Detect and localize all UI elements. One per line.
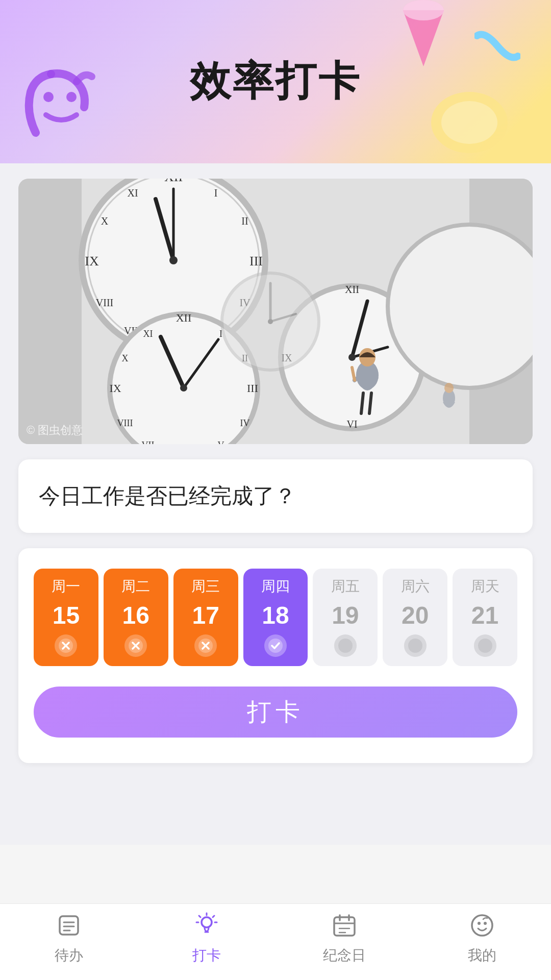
svg-point-65: [338, 639, 353, 653]
svg-line-58: [369, 393, 371, 413]
svg-text:IX: IX: [85, 254, 99, 268]
day-cell-fri: 周五 19: [313, 569, 378, 666]
question-card: 今日工作是否已经完成了？: [18, 459, 533, 533]
days-grid: 周一 15 周二 16: [34, 569, 517, 666]
checkin-button[interactable]: 打卡: [34, 687, 517, 738]
svg-text:III: III: [247, 382, 258, 395]
main-content: XII III VI IX I II IV V XI X VIII VII: [0, 163, 551, 845]
svg-line-57: [361, 393, 363, 413]
svg-point-39: [180, 384, 187, 391]
day-cell-sun: 周天 21: [453, 569, 517, 666]
calendar-card: 周一 15 周二 16: [18, 548, 533, 763]
svg-point-2: [403, 0, 444, 20]
svg-text:XII: XII: [345, 284, 359, 295]
deco-pink-cone: [398, 0, 449, 66]
svg-text:II: II: [241, 215, 248, 227]
day-label-sat: 周六: [401, 577, 430, 596]
nav-item-todo[interactable]: 待办: [38, 909, 99, 965]
day-number-fri: 19: [332, 601, 359, 629]
svg-line-75: [213, 916, 214, 917]
day-number-sat: 20: [402, 601, 429, 629]
svg-point-87: [484, 922, 487, 925]
deco-purple-smiley: [20, 66, 102, 148]
svg-text:VI: VI: [346, 419, 357, 430]
day-cell-tue[interactable]: 周二 16: [104, 569, 168, 666]
day-number-sun: 21: [471, 601, 498, 629]
nav-label-checkin: 打卡: [192, 946, 221, 965]
svg-text:X: X: [122, 353, 129, 363]
svg-text:XI: XI: [127, 187, 138, 199]
bulb-icon: [190, 909, 223, 942]
svg-point-85: [472, 915, 492, 936]
svg-point-47: [348, 354, 356, 361]
svg-text:V: V: [218, 440, 224, 444]
svg-point-23: [169, 256, 178, 264]
svg-text:IX: IX: [109, 382, 121, 395]
svg-point-0: [43, 92, 54, 102]
svg-point-1: [66, 92, 77, 102]
clock-image-card: XII III VI IX I II IV V XI X VIII VII: [18, 179, 533, 444]
day-icon-fri: [334, 634, 357, 657]
svg-point-48: [388, 225, 533, 388]
list-icon: [53, 909, 85, 942]
svg-text:X: X: [101, 215, 109, 227]
svg-text:VIII: VIII: [96, 297, 113, 308]
deco-blue-ribbon: [474, 31, 520, 61]
day-label-tue: 周二: [121, 577, 150, 596]
calendar-icon: [328, 909, 361, 942]
face-icon: [466, 909, 498, 942]
svg-text:XI: XI: [143, 329, 153, 339]
svg-point-3: [403, 0, 444, 20]
svg-text:VIII: VIII: [117, 418, 133, 428]
image-watermark: © 图虫创意: [27, 423, 83, 438]
svg-text:XII: XII: [164, 179, 183, 184]
svg-point-66: [408, 639, 422, 653]
nav-label-todo: 待办: [55, 946, 83, 965]
day-label-thu: 周四: [261, 577, 290, 596]
day-cell-thu[interactable]: 周四 18: [243, 569, 308, 666]
day-cell-sat: 周六 20: [383, 569, 447, 666]
svg-point-64: [268, 639, 283, 653]
svg-point-5: [441, 101, 497, 144]
nav-item-anniversary[interactable]: 纪念日: [314, 909, 375, 965]
day-number-mon: 15: [53, 601, 80, 629]
day-icon-wed: [194, 634, 217, 657]
question-text: 今日工作是否已经完成了？: [39, 482, 512, 510]
svg-point-67: [478, 639, 492, 653]
clock-image: XII III VI IX I II IV V XI X VIII VII: [18, 179, 533, 444]
svg-point-60: [444, 383, 454, 393]
day-icon-sat: [404, 634, 427, 657]
hero-section: 效率打卡: [0, 0, 551, 163]
day-label-fri: 周五: [331, 577, 360, 596]
day-cell-mon[interactable]: 周一 15: [34, 569, 98, 666]
day-label-mon: 周一: [52, 577, 80, 596]
svg-line-76: [199, 916, 201, 917]
nav-item-mine[interactable]: 我的: [452, 909, 513, 965]
svg-text:III: III: [249, 254, 263, 268]
svg-point-52: [268, 319, 273, 324]
checkin-label: 打卡: [247, 696, 304, 728]
day-icon-thu: [264, 634, 287, 657]
svg-text:XII: XII: [176, 311, 192, 324]
day-number-tue: 16: [122, 601, 149, 629]
nav-label-mine: 我的: [468, 946, 496, 965]
svg-point-72: [202, 917, 212, 927]
svg-text:I: I: [214, 187, 218, 199]
page-title: 效率打卡: [190, 54, 361, 109]
nav-label-anniversary: 纪念日: [323, 946, 366, 965]
day-icon-mon: [55, 634, 77, 657]
nav-item-checkin[interactable]: 打卡: [176, 909, 237, 965]
day-label-wed: 周三: [191, 577, 220, 596]
day-cell-wed[interactable]: 周三 17: [173, 569, 238, 666]
day-icon-tue: [124, 634, 147, 657]
svg-point-86: [478, 922, 481, 925]
svg-text:VII: VII: [142, 440, 155, 444]
svg-point-4: [431, 92, 508, 153]
day-label-sun: 周天: [471, 577, 499, 596]
bottom-nav: 待办 打卡: [0, 903, 551, 980]
day-number-wed: 17: [192, 601, 219, 629]
svg-text:IV: IV: [240, 418, 250, 428]
svg-rect-68: [60, 916, 78, 935]
day-number-thu: 18: [262, 601, 289, 629]
day-icon-sun: [474, 634, 496, 657]
